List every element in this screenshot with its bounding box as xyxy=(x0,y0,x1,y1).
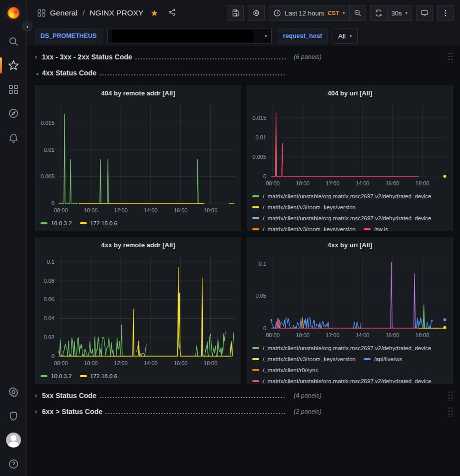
panel-title[interactable]: 404 by uri [All] xyxy=(247,85,453,100)
chevron-right-icon: › xyxy=(35,53,42,60)
settings-gear-icon xyxy=(252,9,260,17)
legend-item[interactable]: 172.18.0.6 xyxy=(80,371,117,381)
legend-swatch xyxy=(252,380,259,382)
sidebar-item-configuration[interactable] xyxy=(0,380,27,404)
legend-item[interactable]: /_matrix/client/unstable/org.matrix.msc2… xyxy=(252,213,432,223)
legend-item[interactable]: 10.0.3.2 xyxy=(40,218,72,228)
legend-label: /_matrix/client/unstable/org.matrix.msc2… xyxy=(263,378,432,384)
legend-label: /_matrix/client/v3/room_keys/version xyxy=(263,226,356,231)
chevron-down-icon: ▾ xyxy=(350,33,352,38)
breadcrumb-section[interactable]: General xyxy=(50,8,77,17)
legend: 10.0.3.2172.18.0.6 xyxy=(35,216,241,231)
legend-label: /_matrix/client/unstable/org.matrix.msc2… xyxy=(263,193,432,199)
dashboard-settings-button[interactable] xyxy=(248,5,265,21)
time-range-picker[interactable]: Last 12 hours CST ▾ xyxy=(269,5,349,21)
row-title: 4xx Status Code xyxy=(42,69,96,77)
svg-text:08:00: 08:00 xyxy=(54,207,68,213)
svg-text:0: 0 xyxy=(263,325,266,331)
sidebar-item-explore[interactable] xyxy=(0,101,27,125)
kebab-menu-icon: ⋮ xyxy=(442,8,450,17)
legend-swatch xyxy=(252,206,259,208)
sidebar-item-dashboards[interactable] xyxy=(0,77,27,101)
panel-title[interactable]: 404 by remote addr [All] xyxy=(35,85,241,100)
legend-item[interactable]: /_matrix/client/v3/room_keys/version xyxy=(252,202,356,212)
svg-text:12:00: 12:00 xyxy=(326,180,340,186)
svg-text:08:00: 08:00 xyxy=(266,332,280,338)
legend-item[interactable]: /_matrix/client/r0/sync xyxy=(252,365,318,375)
row-header-6xx[interactable]: › 6xx > Status Code ....................… xyxy=(35,405,453,419)
alerting-bell-icon xyxy=(8,132,19,143)
svg-text:0.05: 0.05 xyxy=(256,293,266,299)
top-navigation: General / NGINX PROXY ★ Last 12 hours CS… xyxy=(27,0,460,26)
row-drag-handle-icon[interactable] xyxy=(447,51,453,62)
chevron-down-icon: ▾ xyxy=(265,33,267,38)
chart-4xx-by-uri: 00.050.108:0010:0012:0014:0016:0018:00 xyxy=(248,252,452,341)
svg-text:0.02: 0.02 xyxy=(44,334,54,340)
legend-item[interactable]: 10.0.3.2 xyxy=(40,371,72,381)
dashboard-title: NGINX PROXY xyxy=(89,8,143,17)
save-icon xyxy=(231,9,239,17)
sidebar-item-help[interactable] xyxy=(0,452,27,476)
sidebar-item-starred[interactable] xyxy=(0,53,27,77)
refresh-button[interactable] xyxy=(370,5,387,21)
star-filled-icon[interactable]: ★ xyxy=(150,8,158,18)
variable-dropdown-request-host[interactable]: All ▾ xyxy=(333,28,358,44)
save-dashboard-button[interactable] xyxy=(227,5,244,21)
kebab-menu-button[interactable]: ⋮ xyxy=(437,5,454,21)
breadcrumb-separator: / xyxy=(82,8,84,17)
row-leader-dots: ........................................… xyxy=(99,393,286,400)
svg-text:0.015: 0.015 xyxy=(252,115,266,121)
user-avatar xyxy=(6,433,21,448)
toolbar-actions: Last 12 hours CST ▾ 30s ▾ xyxy=(227,5,454,21)
svg-text:14:00: 14:00 xyxy=(356,332,370,338)
svg-text:08:00: 08:00 xyxy=(266,180,280,186)
variable-dropdown-ds-prometheus[interactable]: ▾ xyxy=(107,28,272,44)
svg-text:14:00: 14:00 xyxy=(144,360,158,366)
panel-grid: 404 by remote addr [All] 00.0050.010.015… xyxy=(35,85,453,384)
row-header-1xx-3xx-2xx[interactable]: › 1xx - 3xx - 2xx Status Code ..........… xyxy=(35,50,453,64)
svg-text:0.06: 0.06 xyxy=(44,296,54,302)
legend-item[interactable]: 172.18.0.6 xyxy=(80,218,117,228)
row-drag-handle-icon[interactable] xyxy=(447,406,453,417)
row-header-5xx[interactable]: › 5xx Status Code ......................… xyxy=(35,389,453,403)
row-leader-dots: ........................................… xyxy=(135,54,286,61)
row-title: 6xx > Status Code xyxy=(42,408,102,416)
sidebar xyxy=(0,0,27,476)
sidebar-item-alerting[interactable] xyxy=(0,125,27,149)
refresh-interval-picker[interactable]: 30s ▾ xyxy=(387,5,413,21)
svg-text:14:00: 14:00 xyxy=(144,207,158,213)
svg-text:0.1: 0.1 xyxy=(259,261,266,267)
zoom-out-time-button[interactable] xyxy=(349,5,366,21)
legend-item[interactable]: /_matrix/client/unstable/org.matrix.msc2… xyxy=(252,376,432,383)
sidebar-item-search[interactable] xyxy=(0,29,27,53)
tv-icon xyxy=(421,9,429,17)
share-icon[interactable] xyxy=(168,8,176,18)
row-leader-dots: ........................................… xyxy=(105,409,286,416)
legend-item[interactable]: /_matrix/client/v3/room_keys/version xyxy=(252,224,356,231)
legend-swatch xyxy=(80,375,87,377)
refresh-interval-label: 30s xyxy=(392,9,402,17)
legend-item[interactable]: /sw.js xyxy=(364,224,388,231)
legend-item[interactable]: /_matrix/client/v3/room_keys/version xyxy=(252,354,356,364)
panel-title[interactable]: 4xx by remote addr [All] xyxy=(35,237,241,252)
sidebar-collapse-button[interactable]: › xyxy=(22,21,32,31)
cycle-view-mode-button[interactable] xyxy=(416,5,433,21)
legend-item[interactable]: /_matrix/client/unstable/org.matrix.msc2… xyxy=(252,191,432,201)
legend-item[interactable]: /api/live/ws xyxy=(364,354,402,364)
legend-label: /_matrix/client/unstable/org.matrix.msc2… xyxy=(263,345,432,351)
grafana-logo[interactable] xyxy=(6,5,21,20)
legend-item[interactable]: /_matrix/client/unstable/org.matrix.msc2… xyxy=(252,343,432,353)
breadcrumb: General / NGINX PROXY ★ xyxy=(37,8,176,18)
star-icon xyxy=(8,60,19,71)
sidebar-item-server-admin[interactable] xyxy=(0,404,27,428)
svg-text:0.015: 0.015 xyxy=(40,120,54,126)
svg-text:0.1: 0.1 xyxy=(47,259,54,265)
legend-label: /_matrix/client/r0/sync xyxy=(263,367,318,373)
sidebar-item-profile[interactable] xyxy=(0,428,27,452)
panel-title[interactable]: 4xx by uri [All] xyxy=(247,237,453,252)
row-drag-handle-icon[interactable] xyxy=(447,390,453,401)
chevron-right-icon: › xyxy=(35,408,42,415)
row-header-4xx[interactable]: ⌄ 4xx Status Code ......................… xyxy=(35,66,453,80)
help-icon xyxy=(8,459,19,470)
svg-text:12:00: 12:00 xyxy=(114,360,128,366)
